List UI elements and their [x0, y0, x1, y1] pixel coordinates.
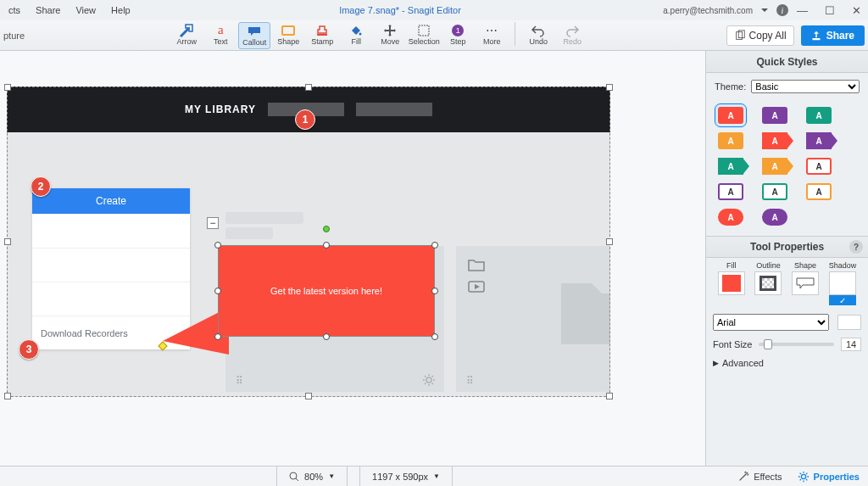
style-pill-purple[interactable]: A — [762, 209, 787, 226]
selection-icon — [417, 24, 431, 37]
share-icon — [811, 31, 821, 41]
info-icon[interactable]: i — [776, 4, 788, 16]
style-arrow-red[interactable]: A — [762, 132, 787, 149]
font-size-slider[interactable] — [759, 343, 834, 346]
fill-picker[interactable]: Fill — [718, 261, 745, 305]
copy-all-label: Copy All — [749, 30, 787, 42]
close-button[interactable]: ✕ — [852, 4, 861, 17]
font-size-value[interactable]: 14 — [841, 338, 861, 351]
properties-button[interactable]: Properties — [798, 471, 860, 483]
wand-icon — [737, 471, 749, 483]
effects-button[interactable]: Effects — [737, 471, 782, 483]
magnifier-icon — [289, 472, 299, 482]
step-badge-1[interactable]: 1 — [295, 109, 315, 130]
redo-icon — [565, 24, 579, 37]
menu-help[interactable]: Help — [104, 3, 137, 17]
shape-picker[interactable]: Shape — [792, 261, 819, 305]
style-outline-orange[interactable]: A — [806, 183, 832, 200]
fill-icon — [349, 24, 363, 37]
title-bar: cts Share View Help Image 7.snag* - Snag… — [0, 0, 868, 20]
help-icon[interactable]: ? — [849, 240, 863, 254]
style-arrow-orange[interactable]: A — [762, 158, 787, 175]
menu-cts[interactable]: cts — [2, 3, 27, 17]
style-pill-red[interactable]: A — [718, 209, 743, 226]
style-arrow-green[interactable]: A — [718, 158, 743, 175]
callout-selection[interactable] — [218, 245, 435, 337]
move-icon — [383, 24, 397, 37]
toolbar-separator — [515, 22, 515, 46]
tool-arrow-label: Arrow — [177, 37, 198, 46]
tool-selection[interactable]: Selection — [408, 22, 440, 47]
quick-styles-grid: A A A A A A A A A A A A A A — [706, 100, 868, 236]
shadow-picker[interactable]: Shadow ✓ — [829, 261, 857, 305]
style-callout-red[interactable]: A — [718, 107, 743, 124]
user-email[interactable]: a.perry@techsmith.com — [663, 6, 753, 15]
tool-step-label: Step — [450, 37, 466, 46]
tool-more-label: More — [483, 37, 501, 46]
canvas-area[interactable]: MY LIBRARY Create Download Recorders − — [0, 51, 705, 466]
outline-picker[interactable]: Outline — [754, 261, 782, 305]
tool-callout-label: Callout — [242, 38, 266, 47]
menu-bar: cts Share View Help — [0, 3, 137, 17]
tool-stamp-label: Stamp — [311, 37, 333, 46]
window-title: Image 7.snag* - Snagit Editor — [137, 5, 664, 15]
zoom-control[interactable]: 80% ▼ — [276, 466, 348, 487]
tool-selection-label: Selection — [409, 37, 440, 46]
style-callout-purple[interactable]: A — [762, 107, 787, 124]
dimensions-value: 1197 x 590px — [372, 472, 428, 482]
tool-move[interactable]: Move — [374, 22, 406, 47]
zoom-value: 80% — [304, 472, 323, 482]
advanced-label: Advanced — [722, 358, 764, 368]
style-outline-green[interactable]: A — [762, 183, 787, 200]
toolbar: pture Arrow a Text Callout Shape — [0, 20, 868, 51]
shadow-label: Shadow — [829, 261, 857, 270]
minimize-button[interactable]: — — [797, 4, 808, 17]
callout-icon — [248, 25, 261, 38]
tool-arrow[interactable]: Arrow — [170, 22, 203, 47]
style-callout-orange[interactable]: A — [718, 132, 743, 149]
tool-properties-header: Tool Properties ? — [706, 236, 868, 258]
user-menu-chevron-icon[interactable] — [761, 8, 768, 12]
style-outline-purple[interactable]: A — [718, 183, 743, 200]
tool-more[interactable]: ⋯ More — [476, 22, 508, 47]
rotate-handle[interactable] — [323, 226, 330, 232]
effects-label: Effects — [754, 472, 782, 482]
capture-stub[interactable]: pture — [3, 31, 33, 41]
undo-icon — [531, 24, 545, 37]
copy-all-button[interactable]: Copy All — [726, 25, 794, 46]
theme-label: Theme: — [715, 81, 746, 92]
tool-undo[interactable]: Undo — [522, 22, 554, 47]
theme-select[interactable]: Basic — [751, 80, 860, 93]
tool-callout[interactable]: Callout — [238, 22, 270, 49]
tool-text[interactable]: a Text — [204, 22, 236, 47]
step-badge-3[interactable]: 3 — [19, 339, 39, 360]
font-select[interactable]: Arial — [713, 314, 829, 331]
gear-icon — [798, 471, 810, 483]
quick-styles-header: Quick Styles — [706, 51, 868, 73]
right-panel: Quick Styles Theme: Basic A A A A A A A … — [705, 51, 868, 466]
step-badge-2[interactable]: 2 — [31, 176, 51, 197]
svg-rect-1 — [317, 34, 327, 36]
tool-redo[interactable]: Redo — [556, 22, 588, 47]
advanced-toggle[interactable]: ▶ Advanced — [706, 355, 868, 371]
menu-view[interactable]: View — [69, 3, 103, 17]
svg-point-9 — [290, 472, 297, 479]
fill-label: Fill — [726, 261, 737, 270]
menu-share[interactable]: Share — [29, 3, 67, 17]
style-callout-green[interactable]: A — [806, 107, 832, 124]
maximize-button[interactable]: ☐ — [825, 4, 835, 17]
tool-fill[interactable]: Fill — [340, 22, 372, 47]
tool-undo-label: Undo — [530, 37, 548, 46]
style-outline-red[interactable]: A — [806, 158, 832, 175]
font-color-picker[interactable] — [837, 315, 861, 330]
canvas-selection[interactable] — [7, 87, 610, 397]
share-button[interactable]: Share — [801, 25, 865, 46]
dimensions-control[interactable]: 1197 x 590px ▼ — [359, 466, 453, 487]
tool-step[interactable]: 1 Step — [442, 22, 474, 47]
tool-stamp[interactable]: Stamp — [306, 22, 338, 47]
fill-outline-shape-shadow: Fill Outline Shape Shadow ✓ — [706, 258, 868, 310]
tool-shape[interactable]: Shape — [272, 22, 304, 47]
callout-annotation[interactable]: Get the latest version here! — [219, 246, 434, 336]
style-arrow-purple[interactable]: A — [806, 132, 832, 149]
tool-shape-label: Shape — [277, 37, 299, 46]
